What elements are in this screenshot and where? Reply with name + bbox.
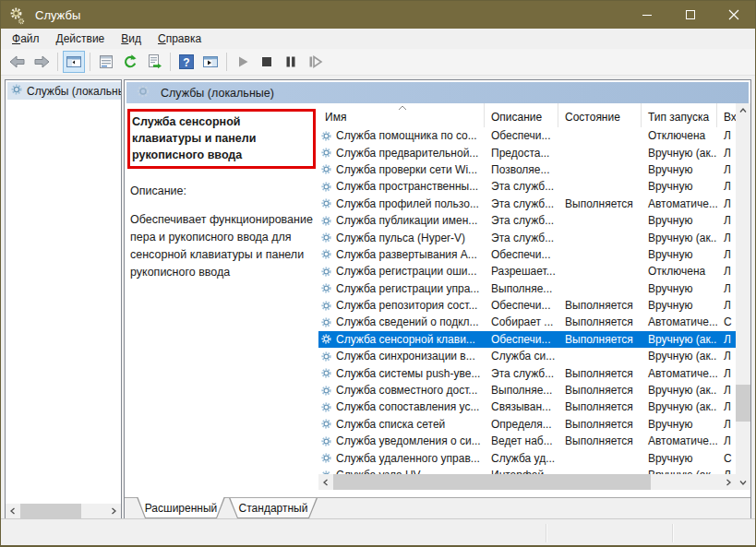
service-row[interactable]: Служба предварительной...Предоста...Вруч…	[318, 144, 736, 161]
properties-icon	[98, 54, 114, 70]
service-description-cell: Ведет наб...	[485, 434, 558, 447]
list-vscrollbar-thumb[interactable]	[736, 385, 750, 422]
properties-button[interactable]	[95, 51, 117, 73]
service-description-cell: Разрешает...	[485, 265, 558, 278]
stop-icon	[258, 54, 275, 70]
export-list-button[interactable]	[143, 51, 165, 73]
list-hscrollbar-thumb[interactable]	[333, 474, 651, 490]
column-header[interactable]: Вход от имени	[717, 103, 736, 127]
service-logon-cell: Л	[717, 418, 736, 431]
gear-icon	[320, 282, 332, 294]
service-description-cell: Выполняе...	[485, 282, 558, 295]
stop-service-button[interactable]	[256, 51, 278, 73]
service-row[interactable]: Служба удаленного управ...Служба уд...Вр…	[318, 449, 736, 466]
gear-icon	[320, 333, 332, 345]
service-name-cell: Служба публикации имен...	[318, 214, 485, 227]
scroll-right-icon[interactable]	[721, 475, 736, 490]
column-header[interactable]: Имя	[318, 103, 485, 127]
service-logon-cell: Л	[717, 265, 736, 278]
service-row[interactable]: Служба пульса (Hyper-V)Эта служб...Вручн…	[318, 229, 736, 245]
service-row[interactable]: Служба списка сетейОпределя...Выполняетс…	[318, 416, 736, 433]
list-horizontal-scrollbar[interactable]	[318, 474, 736, 490]
back-button[interactable]	[6, 51, 29, 73]
close-button[interactable]	[712, 1, 755, 29]
service-status-cell: Выполняется	[558, 315, 642, 328]
service-row[interactable]: Служба помощника по со...Обеспечи...Откл…	[318, 127, 736, 144]
tree-item-services-local[interactable]: Службы (локальные)	[7, 82, 121, 100]
service-description-cell: Выполняе...	[485, 384, 558, 397]
toolbar-separator	[57, 53, 58, 71]
service-name-cell: Служба регистрации оши...	[318, 265, 485, 278]
list-vertical-scrollbar[interactable]	[736, 103, 750, 490]
minimize-button[interactable]	[625, 1, 668, 29]
column-header[interactable]: Описание	[485, 103, 558, 127]
service-row[interactable]: Служба репозитория сост...Обеспечи...Вып…	[318, 297, 736, 314]
service-row[interactable]: Служба пространственны...Эта служб...Вру…	[318, 178, 736, 195]
service-status-cell: Выполняется	[558, 299, 642, 312]
service-row[interactable]: Служба системы push-уве...Эта служб...Вы…	[318, 364, 736, 381]
service-row[interactable]: Служба сведений о подкл...Собирает ...Вы…	[318, 314, 736, 330]
service-row[interactable]: Служба узла HVИнтерфей...Вручную (ак...Л	[318, 467, 736, 474]
tree-scrollbar-thumb[interactable]	[20, 504, 81, 518]
menu-справка[interactable]: Справка	[150, 30, 210, 48]
column-header[interactable]: Тип запуска	[642, 103, 717, 127]
gear-icon	[320, 367, 332, 379]
menu-файл[interactable]: Файл	[4, 30, 48, 48]
scroll-right-icon[interactable]	[106, 504, 121, 518]
service-startup-type-cell: Вручную	[642, 163, 717, 176]
maximize-button[interactable]	[668, 1, 712, 29]
service-startup-type-cell: Автоматиче...	[642, 197, 717, 210]
restart-service-button[interactable]	[304, 51, 326, 73]
forward-button[interactable]	[30, 51, 53, 73]
tree-item-label: Службы (локальные)	[27, 85, 121, 98]
service-row[interactable]: Служба уведомления о си...Ведет наб...Вы…	[318, 433, 736, 449]
tab-extended[interactable]: Расширенный	[137, 497, 225, 518]
help-button[interactable]: ?	[175, 51, 198, 73]
tab-standard[interactable]: Стандартный	[229, 498, 318, 518]
menu-действие[interactable]: Действие	[48, 30, 114, 48]
gear-icon	[320, 197, 332, 209]
menu-вид[interactable]: Вид	[113, 30, 150, 48]
service-status-cell: Выполняется	[558, 333, 642, 346]
service-name-cell: Служба синхронизации в...	[318, 350, 485, 363]
service-logon-cell: Л	[717, 400, 736, 413]
service-row[interactable]: Служба развертывания A...Обеспечи...Вруч…	[318, 246, 736, 263]
service-row[interactable]: Служба сопоставления ус...Связыван...Вып…	[318, 398, 736, 415]
tree-horizontal-scrollbar[interactable]	[6, 504, 121, 518]
console-tree-panel: Службы (локальные)	[5, 79, 122, 519]
service-logon-cell: Л	[717, 232, 736, 244]
service-row[interactable]: Служба регистрации упра...Выполняе...Вру…	[318, 280, 736, 297]
title-bar[interactable]: Службы	[1, 1, 755, 29]
service-logon-cell: С	[717, 315, 736, 328]
service-row[interactable]: Служба синхронизации в...Служба си...Вру…	[318, 348, 736, 364]
refresh-button[interactable]	[119, 51, 141, 73]
scroll-up-icon[interactable]	[736, 103, 750, 118]
service-startup-type-cell: Вручную (ак...	[642, 400, 717, 413]
service-description-cell: Предоста...	[485, 147, 558, 160]
service-description-cell: Собирает ...	[485, 315, 558, 328]
service-row[interactable]: Служба совместного дост...Выполняе...Вып…	[318, 382, 736, 398]
scroll-down-icon[interactable]	[736, 475, 750, 490]
pause-service-button[interactable]	[280, 51, 302, 73]
service-row[interactable]: Служба сенсорной клави...Обеспечи...Выпо…	[318, 331, 736, 348]
service-row[interactable]: Служба профилей пользо...Эта служб...Вып…	[318, 196, 736, 212]
service-logon-cell: Л	[717, 367, 736, 380]
start-service-button[interactable]	[232, 51, 254, 73]
service-logon-cell: Л	[717, 147, 736, 160]
show-console-tree-button[interactable]	[63, 51, 85, 73]
show-action-pane-button[interactable]	[199, 51, 222, 73]
description-text: Обеспечивает функционирование пера и рук…	[127, 211, 315, 280]
service-row[interactable]: Служба регистрации оши...Разрешает...Отк…	[318, 263, 736, 279]
service-row[interactable]: Служба публикации имен...Эта служб...Вру…	[318, 212, 736, 229]
service-logon-cell: Л	[717, 299, 736, 312]
service-row[interactable]: Служба проверки сети Wi...Позволяе...Вру…	[318, 161, 736, 178]
scroll-left-icon[interactable]	[318, 475, 333, 490]
service-name-cell: Служба репозитория сост...	[318, 299, 485, 312]
gear-icon	[320, 163, 332, 175]
service-description-cell: Обеспечи...	[485, 129, 558, 142]
scroll-left-icon[interactable]	[6, 504, 20, 518]
column-header[interactable]: Состояние	[558, 103, 642, 127]
services-list: Служба помощника по со...Обеспечи...Откл…	[318, 127, 736, 474]
gear-icon	[320, 435, 332, 447]
tree-icon	[66, 54, 82, 70]
